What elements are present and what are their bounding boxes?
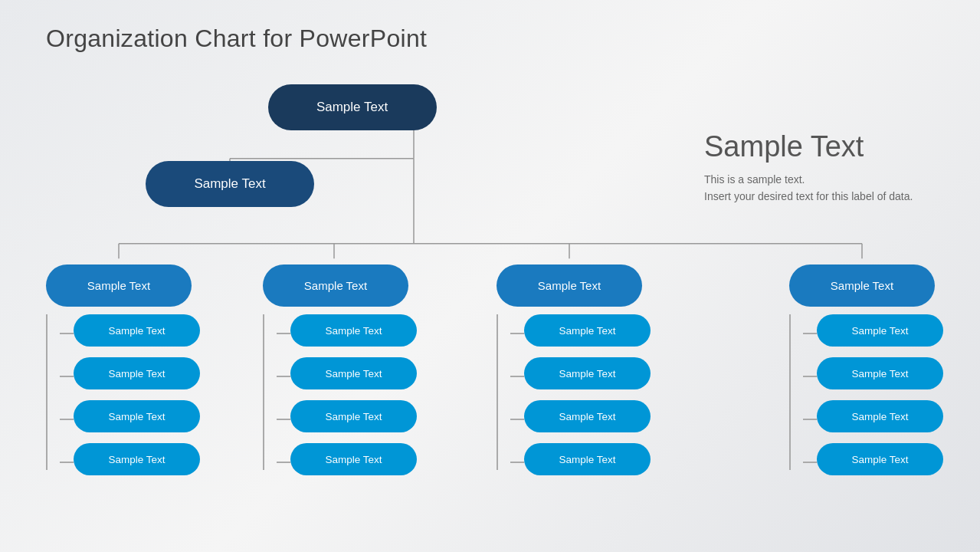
column-group-3: Sample Text Sample Text Sample Text Samp… [497,264,651,486]
col-2-children: Sample Text Sample Text Sample Text Samp… [263,314,417,486]
list-item: Sample Text [510,314,651,352]
column-group-4: Sample Text Sample Text Sample Text Samp… [789,264,943,486]
child-node: Sample Text [74,357,200,389]
list-item: Sample Text [510,400,651,438]
page-title: Organization Chart for PowerPoint [46,25,427,53]
list-item: Sample Text [803,357,943,395]
list-item: Sample Text [277,443,417,481]
column-group-2: Sample Text Sample Text Sample Text Samp… [263,264,417,486]
child-node: Sample Text [524,357,651,389]
child-node: Sample Text [817,357,943,389]
list-item: Sample Text [803,443,943,481]
list-item: Sample Text [60,357,200,395]
child-node: Sample Text [74,443,200,475]
child-node: Sample Text [817,400,943,432]
list-item: Sample Text [277,400,417,438]
col-header-3: Sample Text [497,264,642,307]
root-node: Sample Text [268,84,437,130]
list-item: Sample Text [60,443,200,481]
side-panel: Sample Text This is a sample text.Insert… [704,130,919,205]
col-1-children: Sample Text Sample Text Sample Text Samp… [46,314,200,486]
col-header-2: Sample Text [263,264,408,307]
list-item: Sample Text [60,314,200,352]
col-4-children: Sample Text Sample Text Sample Text Samp… [789,314,943,486]
child-node: Sample Text [817,314,943,347]
chart-area: Sample Text Sample Text Sample Text This… [46,84,934,529]
col-3-children: Sample Text Sample Text Sample Text Samp… [497,314,651,486]
child-node: Sample Text [290,443,417,475]
child-node: Sample Text [290,314,417,347]
list-item: Sample Text [510,357,651,395]
list-item: Sample Text [803,314,943,352]
list-item: Sample Text [60,400,200,438]
child-node: Sample Text [290,357,417,389]
child-node: Sample Text [524,314,651,347]
column-group-1: Sample Text Sample Text Sample Text Samp… [46,264,200,486]
col-header-1: Sample Text [46,264,192,307]
side-panel-body: This is a sample text.Insert your desire… [704,171,919,205]
level2-node: Sample Text [146,161,314,207]
list-item: Sample Text [510,443,651,481]
child-node: Sample Text [74,400,200,432]
child-node: Sample Text [524,443,651,475]
child-node: Sample Text [524,400,651,432]
child-node: Sample Text [74,314,200,347]
child-node: Sample Text [290,400,417,432]
list-item: Sample Text [277,357,417,395]
side-panel-title: Sample Text [704,130,919,163]
child-node: Sample Text [817,443,943,475]
list-item: Sample Text [803,400,943,438]
list-item: Sample Text [277,314,417,352]
col-header-4: Sample Text [789,264,935,307]
